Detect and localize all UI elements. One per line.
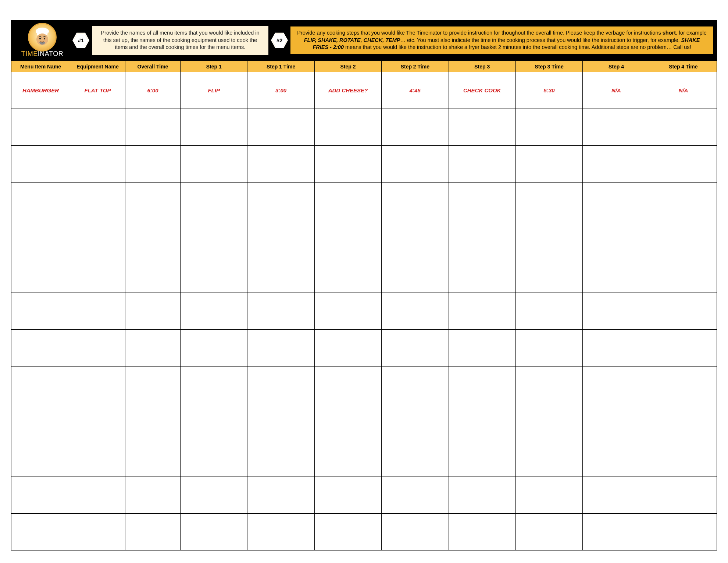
cell[interactable]: [125, 514, 181, 550]
cell[interactable]: [449, 477, 515, 514]
cell[interactable]: [11, 367, 70, 403]
cell[interactable]: [314, 146, 381, 183]
cell[interactable]: [382, 477, 449, 514]
cell[interactable]: [247, 514, 314, 550]
cell[interactable]: [449, 367, 515, 403]
cell[interactable]: [70, 219, 125, 256]
cell[interactable]: [70, 440, 125, 477]
cell[interactable]: [70, 330, 125, 367]
cell[interactable]: [11, 256, 70, 293]
cell[interactable]: [515, 183, 582, 219]
cell[interactable]: [11, 514, 70, 550]
cell[interactable]: [181, 440, 247, 477]
cell[interactable]: [70, 514, 125, 550]
cell[interactable]: [583, 219, 650, 256]
cell[interactable]: [583, 146, 650, 183]
cell[interactable]: [650, 183, 717, 219]
cell[interactable]: [583, 256, 650, 293]
cell[interactable]: [449, 219, 515, 256]
cell[interactable]: [11, 330, 70, 367]
cell[interactable]: [314, 256, 381, 293]
cell[interactable]: [125, 109, 181, 146]
cell[interactable]: [125, 146, 181, 183]
cell[interactable]: N/A: [583, 72, 650, 109]
cell[interactable]: [515, 219, 582, 256]
cell[interactable]: 6:00: [125, 72, 181, 109]
cell[interactable]: [515, 440, 582, 477]
cell[interactable]: [70, 367, 125, 403]
cell[interactable]: [515, 146, 582, 183]
cell[interactable]: [583, 440, 650, 477]
cell[interactable]: [11, 477, 70, 514]
cell[interactable]: [247, 330, 314, 367]
cell[interactable]: [583, 477, 650, 514]
cell[interactable]: [515, 330, 582, 367]
cell[interactable]: [314, 219, 381, 256]
cell[interactable]: CHECK COOK: [449, 72, 515, 109]
cell[interactable]: [314, 440, 381, 477]
cell[interactable]: [70, 477, 125, 514]
cell[interactable]: [650, 440, 717, 477]
cell[interactable]: [650, 403, 717, 440]
cell[interactable]: HAMBURGER: [11, 72, 70, 109]
cell[interactable]: [515, 109, 582, 146]
cell[interactable]: [11, 146, 70, 183]
cell[interactable]: [583, 293, 650, 330]
cell[interactable]: [515, 293, 582, 330]
cell[interactable]: [650, 109, 717, 146]
cell[interactable]: [181, 109, 247, 146]
cell[interactable]: [181, 256, 247, 293]
cell[interactable]: [314, 183, 381, 219]
cell[interactable]: 5:30: [515, 72, 582, 109]
cell[interactable]: [382, 146, 449, 183]
cell[interactable]: [650, 477, 717, 514]
cell[interactable]: [583, 514, 650, 550]
cell[interactable]: [11, 219, 70, 256]
cell[interactable]: [125, 330, 181, 367]
cell[interactable]: [125, 367, 181, 403]
cell[interactable]: [314, 477, 381, 514]
cell[interactable]: [247, 183, 314, 219]
cell[interactable]: [583, 403, 650, 440]
cell[interactable]: [583, 109, 650, 146]
cell[interactable]: [314, 330, 381, 367]
cell[interactable]: [650, 146, 717, 183]
cell[interactable]: FLAT TOP: [70, 72, 125, 109]
cell[interactable]: [247, 440, 314, 477]
cell[interactable]: [515, 367, 582, 403]
cell[interactable]: [382, 440, 449, 477]
cell[interactable]: [70, 183, 125, 219]
cell[interactable]: [583, 183, 650, 219]
cell[interactable]: [382, 293, 449, 330]
cell[interactable]: [583, 367, 650, 403]
cell[interactable]: [449, 146, 515, 183]
cell[interactable]: [650, 367, 717, 403]
cell[interactable]: [125, 293, 181, 330]
cell[interactable]: [382, 219, 449, 256]
cell[interactable]: [11, 293, 70, 330]
cell[interactable]: [125, 256, 181, 293]
cell[interactable]: [125, 219, 181, 256]
cell[interactable]: [449, 256, 515, 293]
cell[interactable]: [650, 219, 717, 256]
cell[interactable]: [247, 109, 314, 146]
cell[interactable]: [70, 109, 125, 146]
cell[interactable]: [181, 477, 247, 514]
cell[interactable]: [583, 330, 650, 367]
cell[interactable]: 3:00: [247, 72, 314, 109]
cell[interactable]: [247, 403, 314, 440]
cell[interactable]: [382, 256, 449, 293]
cell[interactable]: [70, 256, 125, 293]
cell[interactable]: [11, 440, 70, 477]
cell[interactable]: N/A: [650, 72, 717, 109]
cell[interactable]: [247, 367, 314, 403]
cell[interactable]: [247, 219, 314, 256]
cell[interactable]: [181, 330, 247, 367]
cell[interactable]: [247, 256, 314, 293]
cell[interactable]: [70, 403, 125, 440]
cell[interactable]: [181, 367, 247, 403]
cell[interactable]: [449, 403, 515, 440]
cell[interactable]: [382, 367, 449, 403]
cell[interactable]: [247, 146, 314, 183]
cell[interactable]: [181, 183, 247, 219]
